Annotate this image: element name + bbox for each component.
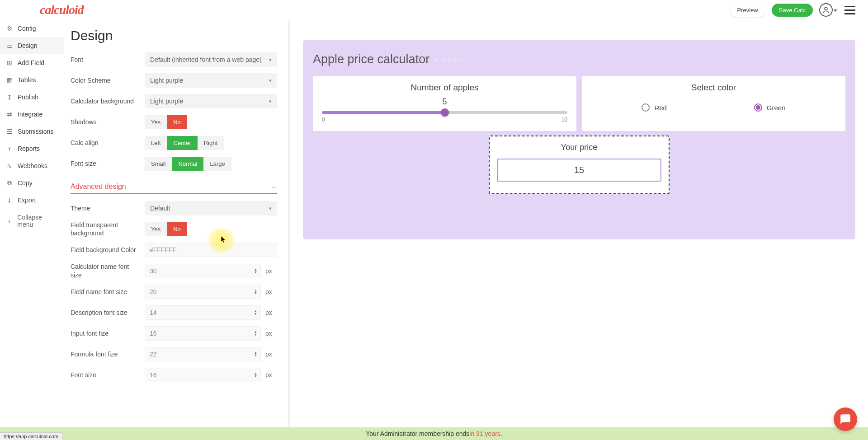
your-price-field[interactable]: Your price 15 <box>489 136 670 194</box>
chat-fab-button[interactable] <box>834 407 857 431</box>
sidebar-item-add-field[interactable]: ⊞ Add Field <box>0 54 64 71</box>
fieldname-fs-input[interactable] <box>145 285 261 299</box>
star-icon: ☆ <box>434 56 439 63</box>
sidebar-label: Collapse menu <box>17 214 57 228</box>
calc-align-label: Calc align <box>71 139 145 147</box>
fontsize-normal-option[interactable]: Normal <box>172 157 204 171</box>
font-select[interactable]: Default (inherited font from a web page)… <box>145 52 277 67</box>
inbox-icon: ☰ <box>6 128 13 135</box>
fontsize2-input[interactable] <box>145 368 261 382</box>
number-spinner-icon[interactable]: ▲▼ <box>254 310 257 315</box>
table-icon: ▦ <box>6 77 13 83</box>
panel-title: Design <box>71 28 277 43</box>
radio-label: Green <box>767 104 786 112</box>
chat-icon <box>840 413 851 425</box>
align-center-option[interactable]: Center <box>167 136 198 150</box>
sliders-icon: ⚌ <box>6 42 13 49</box>
select-value: Default (inherited font from a web page) <box>150 56 262 63</box>
sidebar-item-design[interactable]: ⚌ Design <box>0 37 64 54</box>
color-scheme-label: Color Scheme <box>71 76 145 84</box>
sidebar-item-tables[interactable]: ▦ Tables <box>0 71 64 89</box>
sidebar-item-reports[interactable]: ⫯ Reports <box>0 140 64 157</box>
calc-bg-select[interactable]: Light purple ▾ <box>145 94 277 108</box>
unit-label: px <box>265 330 277 337</box>
chevron-down-icon: ▾ <box>269 57 272 63</box>
theme-select[interactable]: Default ▾ <box>145 201 277 215</box>
field-name-label: Number of apples <box>320 83 569 93</box>
sidebar-item-config[interactable]: ⚙ Config <box>0 20 64 37</box>
shadows-toggle: Yes No <box>145 115 187 129</box>
sidebar-item-submissions[interactable]: ☰ Submissions <box>0 123 64 140</box>
star-icon: ☆ <box>459 56 465 63</box>
transparent-bg-toggle: Yes No <box>145 222 187 236</box>
advanced-design-header[interactable]: Advanced design ︿ <box>71 176 277 194</box>
input-fs-input[interactable] <box>145 326 261 341</box>
shadows-no-option[interactable]: No <box>167 115 187 129</box>
calc-header: Apple price calculator ☆ ☆ ☆ ☆ ☆ <box>313 52 845 66</box>
fontsize-label: Font size <box>71 159 145 168</box>
calculator-preview-area: Apple price calculator ☆ ☆ ☆ ☆ ☆ Number … <box>290 20 868 427</box>
transparent-no-option[interactable]: No <box>167 222 187 236</box>
sidebar-label: Tables <box>18 76 36 84</box>
formula-fs-label: Formula font fize <box>71 350 145 358</box>
slider-control: 5 0 10 <box>320 97 569 123</box>
main-layout: ⚙ Config ⚌ Design ⊞ Add Field ▦ Tables ↥… <box>0 20 868 427</box>
number-spinner-icon[interactable]: ▲▼ <box>254 351 257 357</box>
transparent-yes-option[interactable]: Yes <box>145 222 167 236</box>
desc-fs-input[interactable] <box>145 305 261 320</box>
calc-title: Apple price calculator <box>313 52 429 66</box>
select-value: Default <box>150 205 170 212</box>
slider-track[interactable] <box>322 111 567 114</box>
field-bg-color-input[interactable] <box>145 243 277 257</box>
sidebar-collapse-menu[interactable]: ‹ Collapse menu <box>0 209 64 233</box>
fontsize2-label: Font size <box>71 371 145 379</box>
calc-bg-label: Calculator background <box>71 97 145 105</box>
download-icon: ⤓ <box>6 197 13 203</box>
radio-option-green[interactable]: Green <box>754 103 786 112</box>
fontsize-small-option[interactable]: Small <box>145 157 172 171</box>
number-spinner-icon[interactable]: ▲▼ <box>254 331 257 336</box>
sidebar-item-publish[interactable]: ↥ Publish <box>0 89 64 106</box>
sidebar-nav: ⚙ Config ⚌ Design ⊞ Add Field ▦ Tables ↥… <box>0 20 64 427</box>
sidebar-item-integrate[interactable]: ⇄ Integrate <box>0 106 64 123</box>
number-spinner-icon[interactable]: ▲▼ <box>254 372 257 378</box>
number-spinner-icon[interactable]: ▲▼ <box>254 289 257 295</box>
slider-thumb[interactable] <box>441 108 449 117</box>
unit-label: px <box>265 351 277 358</box>
align-left-option[interactable]: Left <box>145 136 167 150</box>
star-icon: ☆ <box>453 56 458 63</box>
star-icon: ☆ <box>440 56 446 63</box>
sidebar-label: Copy <box>18 179 33 187</box>
preview-button[interactable]: Preview <box>730 4 765 17</box>
fontsize-large-option[interactable]: Large <box>203 157 231 171</box>
radio-label: Red <box>654 104 667 112</box>
formula-fs-input[interactable] <box>145 347 261 361</box>
footer-text-prefix: Your Administrator membership ends <box>366 430 469 437</box>
sidebar-label: Submissions <box>18 128 53 135</box>
save-calc-button[interactable]: Save Calc <box>772 4 813 17</box>
gear-icon: ⚙ <box>6 25 13 32</box>
user-menu-icon[interactable] <box>819 3 833 17</box>
logo[interactable]: calculoid <box>40 3 84 17</box>
number-spinner-icon[interactable]: ▲▼ <box>254 268 257 274</box>
sidebar-item-export[interactable]: ⤓ Export <box>0 192 64 209</box>
rating-stars[interactable]: ☆ ☆ ☆ ☆ ☆ <box>434 56 465 63</box>
sidebar-item-webhooks[interactable]: ∿ Webhooks <box>0 157 64 174</box>
align-right-option[interactable]: Right <box>198 136 224 150</box>
radio-group: Red Green <box>589 97 838 114</box>
select-color-field[interactable]: Select color Red Green <box>582 76 845 131</box>
calcname-fs-input[interactable] <box>145 264 261 278</box>
copy-icon: ⧉ <box>6 180 13 186</box>
number-of-apples-field[interactable]: Number of apples 5 0 10 <box>313 76 576 131</box>
hamburger-menu-icon[interactable] <box>844 6 855 14</box>
shadows-yes-option[interactable]: Yes <box>145 115 167 129</box>
sidebar-label: Export <box>18 197 36 204</box>
calc-align-toggle: Left Center Right <box>145 136 224 150</box>
select-value: Light purple <box>150 98 183 105</box>
link-icon: ⇄ <box>6 111 13 117</box>
sidebar-item-copy[interactable]: ⧉ Copy <box>0 174 64 192</box>
app-header: calculoid Preview Save Calc <box>0 0 868 20</box>
color-scheme-select[interactable]: Light purple ▾ <box>145 73 277 88</box>
font-label: Font <box>71 56 145 64</box>
radio-option-red[interactable]: Red <box>642 103 667 112</box>
